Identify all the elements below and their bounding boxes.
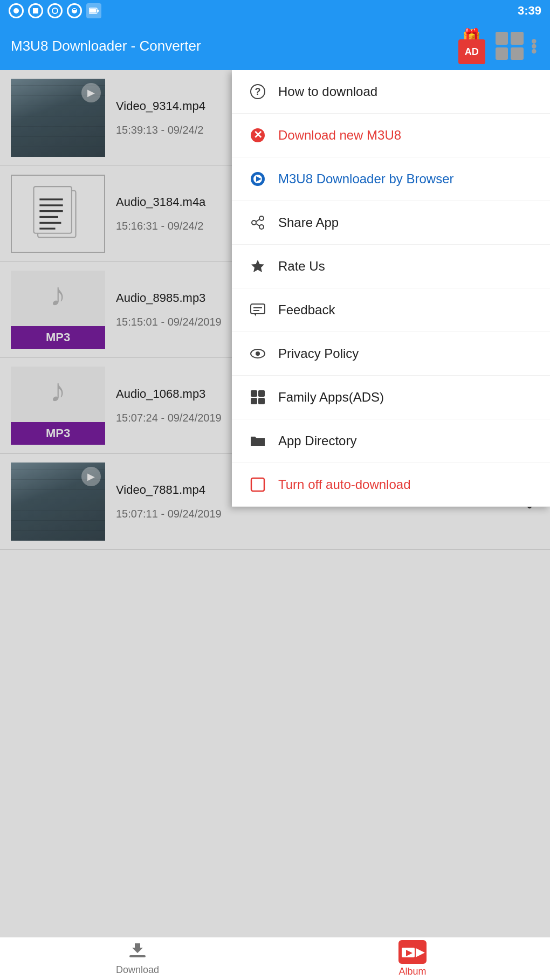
folder-icon <box>248 431 267 451</box>
status-icon-record <box>9 3 24 18</box>
svg-rect-40 <box>129 955 146 957</box>
dropdown-item-privacy-policy[interactable]: Privacy Policy <box>232 332 550 376</box>
svg-line-26 <box>256 219 259 222</box>
status-time: 3:39 <box>518 4 541 18</box>
album-nav-label: Album <box>398 966 426 977</box>
svg-rect-37 <box>251 398 257 404</box>
svg-marker-30 <box>254 314 256 316</box>
svg-rect-4 <box>73 9 76 10</box>
status-icon-4 <box>67 3 82 18</box>
dropdown-overlay[interactable]: ? How to download ✕ Download new M3U8 <box>0 70 550 937</box>
grid-view-button[interactable] <box>496 32 524 60</box>
battery-icon <box>86 3 101 18</box>
svg-rect-38 <box>258 398 265 404</box>
svg-line-27 <box>256 224 259 226</box>
dropdown-item-turn-off-auto[interactable]: Turn off auto-download <box>232 463 550 507</box>
svg-marker-28 <box>251 260 264 272</box>
album-nav-icon: ▶ <box>398 940 427 964</box>
overflow-menu-button[interactable]: ••• <box>529 38 539 53</box>
svg-point-3 <box>72 8 77 13</box>
svg-rect-35 <box>251 390 257 397</box>
main-content: ▶ Video_9314.mp4 15:39:13 - 09/24/2 <box>0 70 550 937</box>
bottom-nav: Download ▶ Album <box>0 937 550 980</box>
download-new-icon: ✕ <box>248 126 267 145</box>
toolbar-icons: 🎁 AD ••• <box>453 27 539 64</box>
svg-point-2 <box>52 8 58 13</box>
eye-icon <box>248 344 267 363</box>
dropdown-item-feedback[interactable]: Feedback <box>232 288 550 332</box>
turn-off-auto-label: Turn off auto-download <box>278 477 411 492</box>
svg-point-23 <box>259 216 264 220</box>
download-nav-label: Download <box>116 964 159 976</box>
dropdown-item-how-to-download[interactable]: ? How to download <box>232 70 550 114</box>
status-icon-2 <box>28 3 43 18</box>
status-icon-3 <box>47 3 63 18</box>
status-bar: 3:39 <box>0 0 550 22</box>
grid-cell-4 <box>511 47 524 60</box>
app-title: M3U8 Downloader - Converter <box>11 38 201 54</box>
feedback-icon <box>248 300 267 320</box>
download-nav-icon <box>128 942 147 962</box>
share-icon <box>248 213 267 232</box>
grid-cell-1 <box>496 32 508 45</box>
svg-rect-29 <box>251 304 265 314</box>
feedback-label: Feedback <box>278 302 335 318</box>
svg-point-24 <box>252 220 256 225</box>
svg-rect-7 <box>97 10 99 12</box>
dropdown-menu: ? How to download ✕ Download new M3U8 <box>232 70 550 507</box>
svg-rect-39 <box>251 478 264 491</box>
share-app-label: Share App <box>278 215 339 230</box>
dropdown-item-share-app[interactable]: Share App <box>232 201 550 245</box>
ad-badge: AD <box>458 39 485 64</box>
rate-us-label: Rate Us <box>278 259 325 274</box>
checkbox-icon <box>248 475 267 494</box>
ad-button[interactable]: 🎁 AD <box>453 27 490 64</box>
svg-rect-36 <box>258 390 265 397</box>
dropdown-item-rate-us[interactable]: Rate Us <box>232 245 550 288</box>
dropdown-item-app-directory[interactable]: App Directory <box>232 419 550 463</box>
browser-label: M3U8 Downloader by Browser <box>278 171 453 187</box>
app-toolbar: M3U8 Downloader - Converter 🎁 AD ••• <box>0 22 550 70</box>
nav-item-download[interactable]: Download <box>0 942 275 976</box>
family-apps-label: Family Apps(ADS) <box>278 390 384 405</box>
svg-rect-1 <box>33 8 38 13</box>
browser-icon <box>248 169 267 189</box>
privacy-policy-label: Privacy Policy <box>278 346 359 361</box>
dropdown-item-family-apps[interactable]: Family Apps(ADS) <box>232 376 550 419</box>
nav-item-album[interactable]: ▶ Album <box>275 940 550 977</box>
how-to-download-label: How to download <box>278 84 377 99</box>
svg-point-34 <box>256 351 260 356</box>
help-icon: ? <box>248 82 267 101</box>
dropdown-item-browser[interactable]: M3U8 Downloader by Browser <box>232 157 550 201</box>
grid-cell-3 <box>496 47 508 60</box>
app-directory-label: App Directory <box>278 433 356 448</box>
svg-text:✕: ✕ <box>253 129 263 141</box>
dropdown-item-download-new[interactable]: ✕ Download new M3U8 <box>232 114 550 157</box>
star-icon <box>248 257 267 276</box>
svg-point-0 <box>13 8 19 13</box>
status-icons <box>9 3 101 18</box>
svg-text:?: ? <box>255 86 261 97</box>
grid-cell-2 <box>511 32 524 45</box>
svg-point-25 <box>259 225 264 229</box>
apps-icon <box>248 388 267 407</box>
svg-marker-41 <box>132 943 143 953</box>
svg-rect-6 <box>90 9 96 13</box>
download-new-label: Download new M3U8 <box>278 128 401 143</box>
